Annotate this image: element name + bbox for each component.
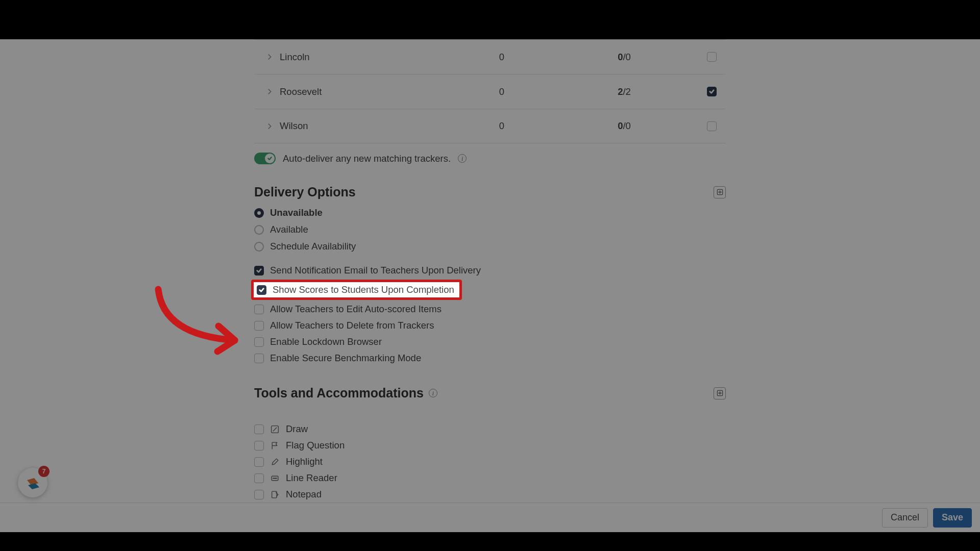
checkbox-label: Allow Teachers to Edit Auto-scored Items	[270, 304, 442, 315]
tool-draw[interactable]: Draw	[254, 421, 726, 437]
info-icon[interactable]: i	[458, 154, 467, 163]
draw-icon	[270, 424, 280, 434]
help-widget-icon	[24, 474, 41, 491]
info-icon[interactable]: i	[429, 389, 437, 397]
checkbox-label: Enable Secure Benchmarking Mode	[270, 353, 421, 364]
tool-label: Line Reader	[286, 472, 337, 484]
radio-label: Available	[270, 224, 308, 235]
tool-label: Notepad	[286, 489, 322, 500]
expand-toggle[interactable]	[259, 123, 280, 129]
expand-toggle[interactable]	[259, 54, 280, 60]
tracker-ratio: 0/0	[571, 52, 678, 63]
section-heading-row: Tools and Accommodations i	[254, 386, 726, 400]
auto-deliver-toggle[interactable]	[254, 153, 276, 164]
option-secure-benchmarking[interactable]: Enable Secure Benchmarking Mode	[254, 350, 726, 366]
tracker-checkbox-cell	[678, 121, 726, 131]
tracker-count: 0	[433, 120, 571, 132]
checkbox	[257, 285, 266, 295]
radio-label: Schedule Availability	[270, 241, 356, 252]
option-edit-autoscored[interactable]: Allow Teachers to Edit Auto-scored Items	[254, 301, 726, 317]
tracker-list: Lincoln 0 0/0 Roosevelt 0 2/2	[254, 39, 726, 143]
apply-to-all-button[interactable]	[714, 186, 726, 198]
tool-label: Flag Question	[286, 440, 345, 451]
checkbox-label: Send Notification Email to Teachers Upon…	[270, 265, 481, 276]
checkbox	[254, 441, 264, 450]
svg-rect-4	[273, 478, 277, 479]
notepad-icon	[270, 490, 280, 499]
checkbox	[254, 457, 264, 467]
heading-actions	[714, 387, 726, 399]
tool-line-reader[interactable]: Line Reader	[254, 470, 726, 486]
radio-schedule[interactable]: Schedule Availability	[254, 238, 726, 255]
tracker-name: Roosevelt	[280, 86, 433, 97]
expand-toggle[interactable]	[259, 89, 280, 94]
radio-input	[254, 225, 264, 235]
radio-available[interactable]: Available	[254, 221, 726, 238]
line-reader-icon	[270, 473, 280, 483]
delivery-options-heading: Delivery Options	[254, 185, 356, 199]
row-checkbox[interactable]	[707, 52, 717, 62]
apply-to-all-icon	[717, 189, 723, 195]
checkbox	[254, 321, 264, 331]
availability-radio-group: Unavailable Available Schedule Availabil…	[254, 205, 726, 255]
highlight-icon	[270, 457, 280, 467]
option-lockdown-browser[interactable]: Enable Lockdown Browser	[254, 334, 726, 350]
table-row[interactable]: Roosevelt 0 2/2	[254, 74, 726, 109]
checkbox-label: Enable Lockdown Browser	[270, 336, 382, 347]
row-checkbox[interactable]	[707, 87, 717, 96]
help-widget[interactable]: 7	[18, 468, 47, 497]
letterbox-top	[0, 0, 980, 39]
tool-label: Draw	[286, 423, 308, 435]
tracker-name: Lincoln	[280, 52, 433, 63]
radio-label: Unavailable	[270, 207, 323, 218]
auto-deliver-label: Auto-deliver any new matching trackers.	[283, 153, 451, 164]
save-button[interactable]: Save	[933, 508, 972, 528]
radio-input	[254, 208, 264, 218]
check-icon	[258, 287, 265, 293]
footer-bar: Cancel Save	[0, 503, 980, 532]
tracker-name: Wilson	[280, 120, 433, 132]
check-icon	[256, 267, 262, 274]
checkbox-label: Allow Teachers to Delete from Trackers	[270, 320, 434, 331]
heading-actions	[714, 186, 726, 198]
tracker-checkbox-cell	[678, 87, 726, 96]
table-row[interactable]: Lincoln 0 0/0	[254, 39, 726, 74]
checkbox	[254, 473, 264, 483]
chevron-right-icon	[267, 123, 273, 129]
letterbox-bottom	[0, 532, 980, 551]
tracker-checkbox-cell	[678, 52, 726, 62]
tracker-ratio: 2/2	[571, 86, 678, 97]
checkbox	[254, 490, 264, 499]
tracker-count: 0	[433, 52, 571, 63]
section-heading-row: Delivery Options	[254, 185, 726, 199]
apply-to-all-icon	[717, 390, 723, 396]
tool-notepad[interactable]: Notepad	[254, 486, 726, 503]
tool-highlight[interactable]: Highlight	[254, 454, 726, 470]
check-icon	[708, 88, 715, 95]
checkbox	[254, 424, 264, 434]
checkbox	[254, 337, 264, 347]
tool-flag[interactable]: Flag Question	[254, 437, 726, 454]
radio-unavailable[interactable]: Unavailable	[254, 205, 726, 221]
help-widget-badge: 7	[38, 466, 50, 477]
row-checkbox[interactable]	[707, 121, 717, 131]
option-delete-trackers[interactable]: Allow Teachers to Delete from Trackers	[254, 317, 726, 334]
auto-deliver-row: Auto-deliver any new matching trackers. …	[254, 143, 726, 178]
chevron-right-icon	[267, 89, 273, 94]
tracker-ratio: 0/0	[571, 120, 678, 132]
tracker-count: 0	[433, 86, 571, 97]
form-area: Lincoln 0 0/0 Roosevelt 0 2/2	[254, 39, 726, 503]
flag-icon	[270, 441, 280, 450]
chevron-right-icon	[267, 54, 273, 60]
checkbox	[254, 305, 264, 314]
table-row[interactable]: Wilson 0 0/0	[254, 109, 726, 143]
cancel-button[interactable]: Cancel	[882, 508, 928, 528]
checkbox-label: Show Scores to Students Upon Completion	[273, 284, 454, 295]
tool-label: Highlight	[286, 456, 323, 467]
option-notification-email[interactable]: Send Notification Email to Teachers Upon…	[254, 262, 726, 279]
option-show-scores[interactable]: Show Scores to Students Upon Completion	[251, 280, 462, 300]
app-viewport: Lincoln 0 0/0 Roosevelt 0 2/2	[0, 39, 980, 532]
tools-list: Draw Flag Question Highlight	[254, 421, 726, 503]
apply-to-all-button[interactable]	[714, 387, 726, 399]
page-content: Lincoln 0 0/0 Roosevelt 0 2/2	[0, 39, 980, 503]
